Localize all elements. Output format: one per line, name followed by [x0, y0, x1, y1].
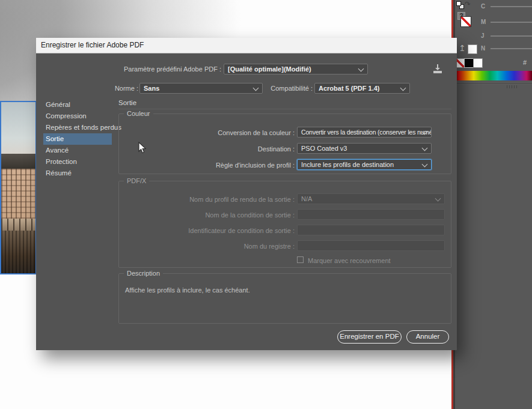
placed-image-frame[interactable] [0, 101, 37, 274]
cyan-slider-label: C [481, 3, 485, 10]
sidebar-item-resume[interactable]: Résumé [43, 168, 112, 179]
condition-label: Nom de la condition de sortie : [120, 210, 295, 220]
registre-input [297, 240, 445, 251]
rendu-value: N/A [301, 195, 312, 202]
panel-resize-grip[interactable] [507, 85, 519, 88]
profil-rule-label: Règle d'inclusion de profil : [120, 160, 295, 170]
profil-rule-value: Inclure les profils de destination [301, 161, 394, 168]
section-rule [118, 109, 451, 109]
norme-label: Norme : [41, 83, 138, 93]
app-screen: Enregistrer le fichier Adobe PDF Paramèt… [0, 0, 532, 409]
sidebar-item-reperes[interactable]: Repères et fonds perdus [43, 122, 112, 133]
dialog-body: Paramètre prédéfini Adobe PDF : [Qualité… [36, 53, 457, 350]
white-swatch-large[interactable] [468, 44, 477, 54]
cyan-slider[interactable] [491, 6, 532, 7]
pdfx-legend: PDF/X [124, 177, 149, 184]
chevron-down-icon [422, 162, 428, 168]
preset-dropdown[interactable]: [Qualité optimale](Modifié) [224, 64, 368, 74]
photo-quay [1, 219, 35, 231]
identificateur-label: Identificateur de condition de sortie : [120, 226, 295, 235]
chevron-down-icon [435, 196, 441, 202]
compat-value: Acrobat 5 (PDF 1.4) [319, 85, 379, 92]
sidebar-item-compression[interactable]: Compression [43, 111, 112, 122]
photo-sky [1, 102, 35, 154]
compat-dropdown[interactable]: Acrobat 5 (PDF 1.4) [314, 83, 410, 94]
description-group: Description [118, 273, 451, 324]
rendu-dropdown: N/A [297, 193, 445, 204]
white-swatch[interactable] [473, 58, 483, 68]
save-preset-icon[interactable] [432, 63, 444, 75]
conversion-label: Conversion de la couleur : [120, 128, 295, 138]
condition-input [297, 209, 445, 220]
cancel-button[interactable]: Annuler [406, 330, 449, 344]
norme-value: Sans [144, 85, 159, 92]
destination-dropdown[interactable]: PSO Coated v3 [297, 143, 432, 154]
save-pdf-button[interactable]: Enregistrer en PDF [337, 330, 402, 344]
chevron-down-icon [422, 145, 428, 151]
conversion-value: Convertir vers la destination (conserver… [301, 129, 432, 136]
jaune-slider-label: J [481, 32, 485, 39]
couleur-legend: Couleur [124, 110, 153, 117]
preset-value: [Qualité optimale](Modifié) [228, 65, 311, 73]
rendu-label: Nom du profil de rendu de la sortie : [120, 195, 295, 204]
conversion-dropdown[interactable]: Convertir vers la destination (conserver… [297, 127, 432, 138]
magenta-slider-label: M [481, 19, 486, 25]
chevron-down-icon [400, 85, 406, 91]
compat-label: Compatibilité : [264, 83, 313, 93]
profil-rule-dropdown[interactable]: Inclure les profils de destination [297, 159, 432, 170]
recouvrement-checkbox [297, 256, 304, 263]
identificateur-input [297, 225, 445, 235]
save-adobe-pdf-dialog: Enregistrer le fichier Adobe PDF Paramèt… [36, 38, 457, 350]
magenta-slider[interactable] [491, 22, 532, 23]
photo-roof [1, 154, 35, 169]
dialog-title: Enregistrer le fichier Adobe PDF [36, 38, 144, 53]
description-legend: Description [124, 270, 163, 277]
sidebar-item-sortie[interactable]: Sortie [43, 133, 112, 145]
up-arrow-icon[interactable]: ↥ [459, 43, 466, 53]
jaune-slider[interactable] [491, 35, 532, 37]
description-text: Affiche les profils à inclure, le cas éc… [125, 286, 250, 294]
sidebar-item-avance[interactable]: Avancé [43, 145, 112, 156]
photo-facade [1, 169, 35, 219]
sidebar-item-protection[interactable]: Protection [43, 156, 112, 168]
sidebar-item-general[interactable]: Général [43, 99, 112, 111]
chevron-down-icon [358, 66, 364, 72]
norme-dropdown[interactable]: Sans [139, 83, 263, 94]
panel-divider [455, 83, 532, 85]
registre-label: Nom du registre : [120, 241, 295, 251]
noir-slider[interactable] [491, 48, 532, 49]
black-swatch[interactable] [464, 58, 474, 68]
destination-value: PSO Coated v3 [301, 145, 347, 152]
preset-label: Paramètre prédéfini Adobe PDF : [41, 64, 221, 74]
color-spectrum-bar[interactable] [455, 71, 532, 80]
chevron-down-icon [253, 85, 259, 91]
section-heading: Sortie [118, 99, 136, 106]
dialog-sidebar: Général Compression Repères et fonds per… [43, 99, 112, 179]
photo-water-reflection [1, 231, 35, 273]
recouvrement-label: Marquer avec recouvrement [308, 256, 428, 265]
noir-slider-label: N [481, 45, 485, 52]
hex-field-label: # [523, 59, 527, 66]
mouse-cursor [138, 142, 147, 154]
dialog-titlebar[interactable]: Enregistrer le fichier Adobe PDF [36, 38, 457, 53]
color-panel: ↷ ? C M J N ↥ # [455, 0, 532, 409]
